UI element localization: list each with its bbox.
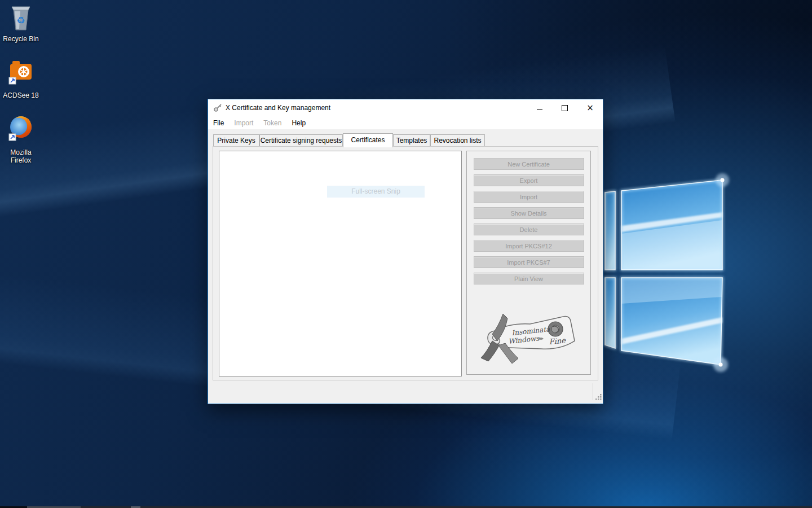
show-details-button[interactable]: Show Details <box>474 207 584 219</box>
minimize-button[interactable] <box>527 100 552 116</box>
desktop: ♻ Recycle Bin ACDSee 18 <box>0 0 812 508</box>
caption-buttons: × <box>527 100 603 116</box>
menu-bar: File Import Token Help <box>208 116 603 129</box>
delete-button[interactable]: Delete <box>474 224 584 235</box>
xca-window: X Certificate and Key management × File … <box>208 99 603 404</box>
import-button[interactable]: Import <box>474 191 584 203</box>
tab-revocation-lists[interactable]: Revocation lists <box>430 134 485 146</box>
tab-private-keys[interactable]: Private Keys <box>213 134 259 146</box>
maximize-button[interactable] <box>552 100 577 116</box>
minimize-icon <box>537 109 542 110</box>
side-button-panel: New Certificate Export Import Show Detai… <box>466 151 591 375</box>
window-title: X Certificate and Key management <box>226 104 330 112</box>
desktop-icon-recycle-bin[interactable]: ♻ Recycle Bin <box>0 3 42 43</box>
icon-label: Mozilla Firefox <box>0 148 42 164</box>
titlebar[interactable]: X Certificate and Key management × <box>208 99 603 116</box>
close-button[interactable]: × <box>577 100 603 116</box>
certificate-list[interactable] <box>219 151 462 376</box>
import-pkcs7-button[interactable]: Import PKCS#7 <box>474 256 584 268</box>
svg-text:♻: ♻ <box>16 15 25 26</box>
desktop-icon-firefox[interactable]: Mozilla Firefox <box>0 113 42 164</box>
menu-token[interactable]: Token <box>258 116 286 129</box>
maximize-icon <box>562 105 568 111</box>
icon-label: Recycle Bin <box>0 35 42 43</box>
desktop-icon-acdsee[interactable]: ACDSee 18 <box>0 59 42 99</box>
new-certificate-button[interactable]: New Certificate <box>474 158 584 170</box>
plain-view-button[interactable]: Plain View <box>474 273 584 284</box>
window-body: Private Keys Certificate signing request… <box>208 129 603 404</box>
icon-label: ACDSee 18 <box>0 91 42 99</box>
menu-help[interactable]: Help <box>286 116 311 129</box>
key-icon <box>213 103 222 112</box>
recycle-bin-icon: ♻ <box>7 3 34 32</box>
menu-file[interactable]: File <box>208 116 229 129</box>
resize-grip[interactable] <box>595 393 602 401</box>
statusbar-separator <box>593 383 593 400</box>
xca-scroll-logo: Insominata Windows Fine <box>475 312 582 371</box>
fullscreen-snip-tooltip: Full-screen Snip <box>327 186 425 198</box>
tab-templates[interactable]: Templates <box>393 134 430 146</box>
tab-certificates[interactable]: Certificates <box>343 133 393 147</box>
logo-script-line3: Fine <box>549 336 567 346</box>
menu-import[interactable]: Import <box>229 116 258 129</box>
import-pkcs12-button[interactable]: Import PKCS#12 <box>474 240 584 252</box>
windows-logo-wallpaper <box>591 161 744 385</box>
export-button[interactable]: Export <box>474 174 584 186</box>
acdsee-camera-icon <box>7 59 34 88</box>
tab-certificate-signing-requests[interactable]: Certificate signing requests <box>259 134 343 146</box>
close-icon: × <box>586 104 594 112</box>
firefox-icon <box>7 113 35 145</box>
